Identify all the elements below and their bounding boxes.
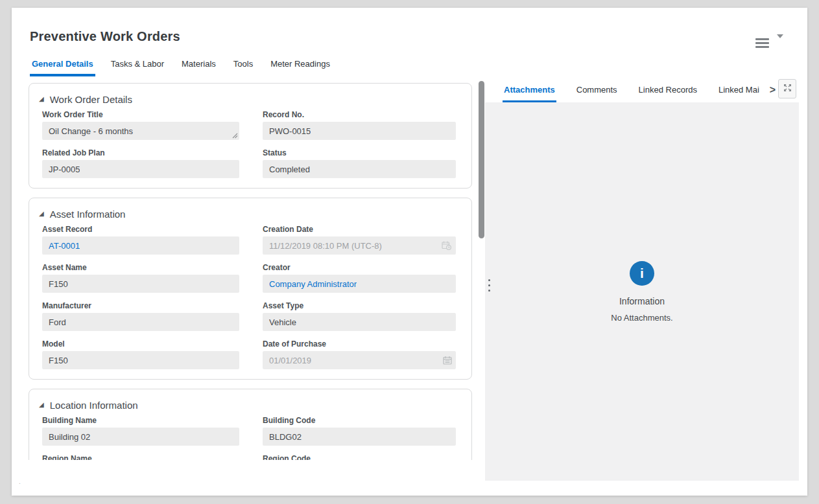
asset-name-input[interactable]: F150: [42, 275, 239, 293]
asset-type-input[interactable]: Vehicle: [263, 313, 456, 331]
expand-panel-button[interactable]: [778, 79, 796, 98]
related-job-plan-input[interactable]: JP-0005: [42, 160, 239, 178]
panel-splitter-handle[interactable]: [486, 273, 492, 297]
chevron-right-icon[interactable]: >: [767, 80, 778, 102]
side-panel-content: i Information No Attachments.: [485, 102, 799, 481]
chevron-down-icon: [777, 34, 783, 48]
section-header-location-information[interactable]: ◢ Location Information: [39, 397, 459, 413]
app-window: Preventive Work Orders General Details T…: [12, 8, 807, 496]
record-no-input[interactable]: PWO-0015: [263, 122, 456, 140]
details-scroll-area: ◢ Work Order Details Work Order Title Oi…: [23, 75, 486, 460]
empty-state-title: Information: [611, 296, 672, 306]
calendar-clock-icon: [442, 241, 452, 251]
field-asset-type: Asset Type Vehicle: [263, 301, 456, 331]
calendar-icon: [443, 356, 452, 365]
main-tab-bar: General Details Tasks & Labor Materials …: [30, 59, 332, 76]
header-actions: [755, 37, 785, 49]
date-of-purchase-input[interactable]: 01/01/2019: [263, 351, 456, 369]
section-header-work-order-details[interactable]: ◢ Work Order Details: [39, 91, 459, 107]
collapse-triangle-icon: ◢: [39, 211, 44, 217]
building-name-input[interactable]: Building 02: [42, 428, 239, 446]
section-title: Asset Information: [50, 209, 126, 220]
field-record-no: Record No. PWO-0015: [263, 110, 456, 140]
field-date-of-purchase: Date of Purchase 01/01/2019: [263, 339, 456, 369]
attachments-empty-state: i Information No Attachments.: [611, 261, 672, 323]
model-input[interactable]: F150: [42, 351, 239, 369]
drag-dots-icon: [488, 279, 490, 281]
field-asset-record: Asset Record AT-0001: [42, 225, 239, 255]
menu-button[interactable]: [755, 38, 769, 48]
field-building-code: Building Code BLDG02: [263, 416, 456, 446]
section-work-order-details: ◢ Work Order Details Work Order Title Oi…: [29, 83, 472, 189]
status-input[interactable]: Completed: [263, 160, 456, 178]
field-manufacturer: Manufacturer Ford: [42, 301, 239, 331]
empty-state-message: No Attachments.: [611, 313, 672, 323]
tab-attachments[interactable]: Attachments: [503, 78, 556, 102]
field-related-job-plan: Related Job Plan JP-0005: [42, 148, 239, 178]
info-icon: i: [630, 261, 654, 286]
section-asset-information: ◢ Asset Information Asset Record AT-0001…: [29, 198, 472, 380]
field-grid: Building Name Building 02 Building Code …: [42, 416, 459, 460]
field-creation-date: Creation Date 11/12/2019 08:10 PM (UTC-8…: [263, 225, 456, 255]
section-header-asset-information[interactable]: ◢ Asset Information: [39, 206, 459, 222]
tab-materials[interactable]: Materials: [180, 59, 218, 76]
work-order-title-input[interactable]: Oil Change - 6 months: [42, 122, 239, 140]
field-region-code: Region Code R1: [263, 454, 456, 460]
manufacturer-input[interactable]: Ford: [42, 313, 239, 331]
section-title: Location Information: [50, 400, 138, 411]
section-location-information: ◢ Location Information Building Name Bui…: [29, 389, 472, 460]
tab-linked-records[interactable]: Linked Records: [637, 78, 698, 102]
screen-artifact-dot: .: [19, 478, 21, 485]
field-region-name: Region Name Region 1: [42, 454, 239, 460]
hamburger-icon: [755, 38, 769, 40]
creator-input[interactable]: Company Administrator: [263, 275, 456, 293]
tab-meter-readings[interactable]: Meter Readings: [268, 59, 332, 76]
vertical-scrollbar[interactable]: [479, 81, 484, 238]
menu-caret-button[interactable]: [776, 37, 785, 49]
textarea-resize-icon[interactable]: [232, 133, 238, 139]
creator-link[interactable]: Company Administrator: [269, 279, 357, 289]
field-creator: Creator Company Administrator: [263, 263, 456, 293]
building-code-input[interactable]: BLDG02: [263, 428, 456, 446]
tab-linked-mail[interactable]: Linked Mai: [717, 78, 761, 102]
tab-comments[interactable]: Comments: [575, 78, 619, 102]
asset-record-input[interactable]: AT-0001: [42, 236, 239, 255]
field-grid: Work Order Title Oil Change - 6 months R…: [42, 110, 459, 178]
side-panel-tab-bar: Attachments Comments Linked Records Link…: [485, 76, 799, 102]
expand-icon: [783, 84, 792, 94]
creation-date-input[interactable]: 11/12/2019 08:10 PM (UTC-8): [263, 236, 456, 255]
tab-tasks-labor[interactable]: Tasks & Labor: [109, 59, 166, 76]
asset-record-link[interactable]: AT-0001: [49, 241, 80, 251]
field-grid: Asset Record AT-0001 Creation Date 11/12…: [42, 225, 459, 369]
tab-general-details[interactable]: General Details: [30, 59, 95, 76]
collapse-triangle-icon: ◢: [39, 402, 44, 408]
field-status: Status Completed: [263, 148, 456, 178]
section-title: Work Order Details: [50, 94, 132, 105]
field-work-order-title: Work Order Title Oil Change - 6 months: [42, 110, 239, 140]
tab-tools[interactable]: Tools: [231, 59, 255, 76]
collapse-triangle-icon: ◢: [39, 96, 44, 102]
field-asset-name: Asset Name F150: [42, 263, 239, 293]
side-panel: Attachments Comments Linked Records Link…: [485, 76, 799, 481]
screen: Preventive Work Orders General Details T…: [0, 0, 819, 504]
field-building-name: Building Name Building 02: [42, 416, 239, 446]
page-title: Preventive Work Orders: [30, 29, 180, 44]
field-model: Model F150: [42, 339, 239, 369]
